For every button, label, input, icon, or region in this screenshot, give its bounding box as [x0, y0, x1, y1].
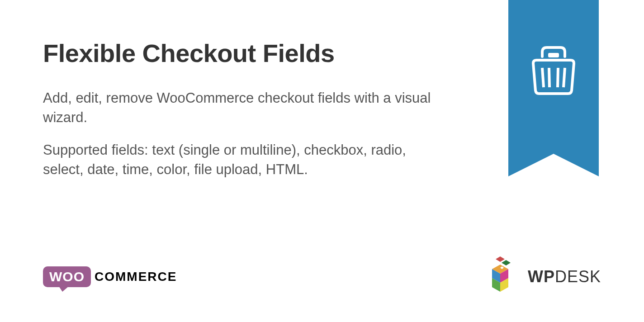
wpdesk-icon [481, 256, 520, 297]
footer: WOO COMMERCE WPDESK [43, 256, 601, 297]
svg-marker-5 [496, 256, 505, 262]
ribbon-banner [508, 0, 599, 154]
svg-line-1 [542, 68, 544, 87]
wpdesk-logo: WPDESK [481, 256, 601, 297]
commerce-text: COMMERCE [95, 270, 177, 284]
description-1: Add, edit, remove WooCommerce checkout f… [43, 88, 441, 128]
svg-marker-6 [502, 260, 511, 265]
description-2: Supported fields: text (single or multil… [43, 140, 441, 180]
basket-icon [526, 43, 581, 97]
svg-line-2 [549, 68, 549, 87]
svg-line-4 [564, 68, 565, 87]
svg-rect-0 [548, 53, 559, 57]
svg-line-3 [558, 68, 558, 87]
woocommerce-logo: WOO COMMERCE [43, 266, 177, 287]
woo-bubble: WOO [43, 266, 91, 287]
wpdesk-text: WPDESK [528, 267, 601, 286]
